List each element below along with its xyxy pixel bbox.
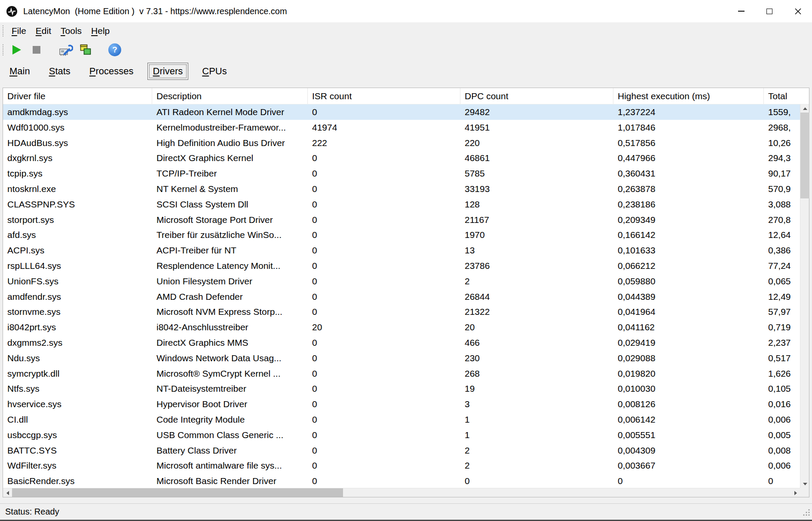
menu-item-tools[interactable]: Tools <box>56 24 86 38</box>
cell: NT-Dateisystemtreiber <box>152 381 308 396</box>
scroll-down-button[interactable] <box>800 480 809 488</box>
menu-item-file[interactable]: File <box>7 24 31 38</box>
cell: BasicRender.sys <box>3 473 152 488</box>
cell: DirectX Graphics Kernel <box>152 150 308 166</box>
cell: High Definition Audio Bus Driver <box>152 135 308 151</box>
column-header-total[interactable]: Total <box>764 88 809 104</box>
table-row[interactable]: afd.sysTreiber für zusätzliche WinSo...0… <box>3 227 800 243</box>
cell: 13 <box>460 243 613 258</box>
tab-drivers[interactable]: Drivers <box>147 63 189 80</box>
cell: 0 <box>308 304 460 320</box>
table-row[interactable]: hvservice.sysHypervisor Boot Driver030,0… <box>3 396 800 412</box>
tab-stats[interactable]: Stats <box>44 63 76 79</box>
cell: Union Filesystem Driver <box>152 274 308 289</box>
table-row[interactable]: ACPI.sysACPI-Treiber für NT0130,1016330,… <box>3 243 800 258</box>
help-button[interactable] <box>105 41 125 59</box>
table-row[interactable]: usbccgp.sysUSB Common Class Generic ...0… <box>3 427 800 443</box>
stop-monitoring-button[interactable] <box>27 41 46 59</box>
cell: 0,041162 <box>613 320 764 335</box>
cell: 41974 <box>308 120 460 135</box>
horizontal-scroll-thumb[interactable] <box>12 488 343 497</box>
start-monitoring-button[interactable] <box>7 41 27 59</box>
table-row[interactable]: storport.sysMicrosoft Storage Port Drive… <box>3 212 800 228</box>
window-controls <box>727 0 812 22</box>
cell: Microsoft® SymCrypt Kernel ... <box>152 366 308 381</box>
table-row[interactable]: amdfendr.sysAMD Crash Defender0268440,04… <box>3 289 800 305</box>
cell: 0,105 <box>764 381 800 396</box>
stop-icon <box>33 46 40 54</box>
table-row[interactable]: Ndu.sysWindows Network Data Usag...02300… <box>3 350 800 366</box>
table-row[interactable]: WdFilter.sysMicrosoft antimalware file s… <box>3 458 800 473</box>
status-text: Status: Ready <box>5 507 59 517</box>
window-layout-button[interactable] <box>76 41 95 59</box>
cell: 57,97 <box>764 304 800 320</box>
table-row[interactable]: BATTC.SYSBattery Class Driver020,0043090… <box>3 443 800 458</box>
table-row[interactable]: HDAudBus.sysHigh Definition Audio Bus Dr… <box>3 135 800 151</box>
table-row[interactable]: ntoskrnl.exeNT Kernel & System0331930,26… <box>3 181 800 197</box>
rebar-gripper[interactable] <box>3 44 3 55</box>
cell: 33193 <box>460 181 613 197</box>
menu-bar: FileEditToolsHelp <box>0 22 812 40</box>
table-row[interactable]: tcpip.sysTCP/IP-Treiber057850,36043190,1… <box>3 166 800 181</box>
cell: 1 <box>460 412 613 427</box>
table-row[interactable]: CLASSPNP.SYSSCSI Class System Dll01280,2… <box>3 197 800 212</box>
driver-tools-button[interactable] <box>56 41 76 59</box>
tab-strip: MainStatsProcessesDriversCPUs <box>0 60 812 82</box>
latencymon-logo-icon <box>6 6 18 17</box>
resize-grip-icon[interactable] <box>802 508 811 517</box>
maximize-button[interactable] <box>755 0 784 22</box>
tab-processes[interactable]: Processes <box>84 63 139 79</box>
table-row[interactable]: dxgkrnl.sysDirectX Graphics Kernel046861… <box>3 150 800 166</box>
cell: ACPI-Treiber für NT <box>152 243 308 258</box>
column-header-highest-execution-ms-[interactable]: Highest execution (ms) <box>613 88 764 104</box>
table-row[interactable]: BasicRender.sysMicrosoft Basic Render Dr… <box>3 473 800 488</box>
table-row[interactable]: rspLLL64.sysResplendence Latency Monit..… <box>3 258 800 274</box>
table-row[interactable]: Ntfs.sysNT-Dateisystemtreiber0190,010030… <box>3 381 800 396</box>
vertical-scrollbar[interactable] <box>800 104 809 488</box>
table-row[interactable]: amdkmdag.sysATI Radeon Kernel Mode Drive… <box>3 104 800 120</box>
cell: 0,065 <box>764 274 800 289</box>
play-icon <box>12 45 21 55</box>
table-row[interactable]: symcryptk.dllMicrosoft® SymCrypt Kernel … <box>3 366 800 381</box>
column-header-driver-file[interactable]: Driver file <box>3 88 152 104</box>
cell: USB Common Class Generic ... <box>152 427 308 443</box>
column-header-dpc-count[interactable]: DPC count <box>460 88 613 104</box>
rebar-gripper[interactable] <box>3 25 3 37</box>
horizontal-scrollbar[interactable] <box>3 488 800 497</box>
minimize-button[interactable] <box>727 0 755 22</box>
cell: TCP/IP-Treiber <box>152 166 308 181</box>
table-row[interactable]: i8042prt.sysi8042-Anschlusstreiber20200,… <box>3 320 800 335</box>
scroll-right-button[interactable] <box>791 488 800 497</box>
window-title: LatencyMon (Home Edition ) v 7.31 - http… <box>23 6 287 16</box>
table-row[interactable]: stornvme.sysMicrosoft NVM Express Storp.… <box>3 304 800 320</box>
tab-cpus[interactable]: CPUs <box>197 63 232 79</box>
scroll-up-button[interactable] <box>800 104 809 113</box>
close-button[interactable] <box>784 0 812 22</box>
table-row[interactable]: Wdf01000.sysKernelmodustreiber-Framewor.… <box>3 120 800 135</box>
title-bar[interactable]: LatencyMon (Home Edition ) v 7.31 - http… <box>0 0 812 22</box>
cell: 1,017846 <box>613 120 764 135</box>
menu-item-edit[interactable]: Edit <box>31 24 56 38</box>
cell: 0,029419 <box>613 335 764 350</box>
cell: SCSI Class System Dll <box>152 197 308 212</box>
scroll-left-button[interactable] <box>3 488 12 497</box>
cell: 3,088 <box>764 197 800 212</box>
cell: 0,447966 <box>613 150 764 166</box>
vertical-scroll-thumb[interactable] <box>800 113 809 198</box>
cell: usbccgp.sys <box>3 427 152 443</box>
cell: Kernelmodustreiber-Framewor... <box>152 120 308 135</box>
cell: afd.sys <box>3 227 152 243</box>
tab-main[interactable]: Main <box>4 63 35 79</box>
close-icon <box>794 8 802 15</box>
menu-item-help[interactable]: Help <box>86 24 114 38</box>
cell: stornvme.sys <box>3 304 152 320</box>
table-row[interactable]: CI.dllCode Integrity Module010,0061420,0… <box>3 412 800 427</box>
table-row[interactable]: UnionFS.sysUnion Filesystem Driver020,05… <box>3 274 800 289</box>
cell: 294,3 <box>764 150 800 166</box>
column-header-description[interactable]: Description <box>152 88 308 104</box>
cell: 0 <box>308 166 460 181</box>
hardware-wrench-icon <box>58 43 73 57</box>
cell: 0 <box>308 104 460 120</box>
table-row[interactable]: dxgmms2.sysDirectX Graphics MMS04660,029… <box>3 335 800 350</box>
column-header-isr-count[interactable]: ISR count <box>308 88 460 104</box>
